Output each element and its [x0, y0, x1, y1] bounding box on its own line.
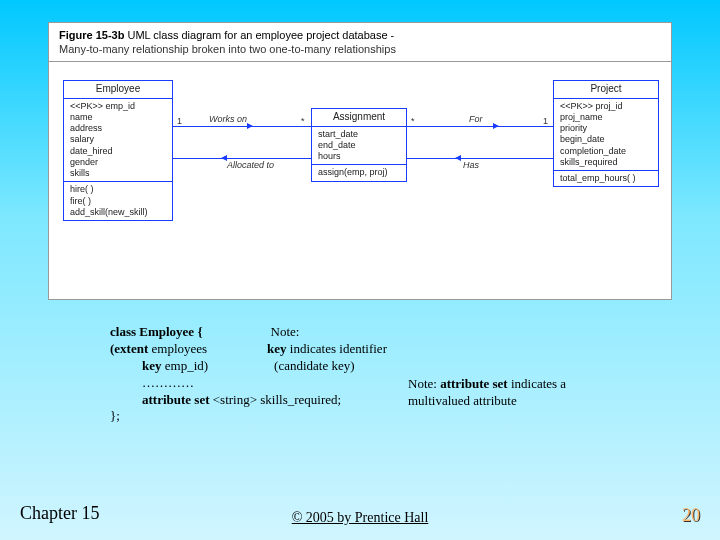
uml-op-section: total_emp_hours( ): [554, 171, 658, 186]
uml-op-section: hire( ) fire( ) add_skill(new_skill): [64, 182, 172, 220]
assoc-label-allocated-to: Allocated to: [227, 160, 274, 170]
assoc-line-for: [407, 126, 553, 127]
uml-attr: end_date: [318, 140, 400, 151]
code-note-block: class Employee {Note: (extent employeesk…: [110, 324, 630, 425]
arrow-icon: [247, 123, 253, 129]
uml-class-name: Assignment: [312, 109, 406, 127]
code-text: emp_id): [165, 358, 208, 373]
uml-attr: name: [70, 112, 166, 123]
assoc-line-allocated-to: [173, 158, 311, 159]
code-text: (extent: [110, 341, 152, 356]
note-text: (candidate key): [274, 358, 354, 373]
figure-subtitle: Many-to-many relationship broken into tw…: [49, 43, 671, 59]
multiplicity-star: *: [411, 116, 415, 126]
uml-attr: skills: [70, 168, 166, 179]
uml-op: add_skill(new_skill): [70, 207, 166, 218]
assoc-line-has: [407, 158, 553, 159]
multiplicity-star: *: [301, 116, 305, 126]
uml-attr: completion_date: [560, 146, 652, 157]
uml-attr: <<PK>> proj_id: [560, 101, 652, 112]
code-text: class Employee {: [110, 324, 203, 339]
uml-attr: <<PK>> emp_id: [70, 101, 166, 112]
uml-attr-section: <<PK>> proj_id proj_name priority begin_…: [554, 99, 658, 172]
arrow-icon: [493, 123, 499, 129]
uml-attr: skills_required: [560, 157, 652, 168]
uml-attr: priority: [560, 123, 652, 134]
note-text: Note:: [408, 376, 440, 391]
note-text: key: [267, 341, 287, 356]
code-text: };: [110, 408, 630, 425]
uml-op: fire( ): [70, 196, 166, 207]
note-text: indicates identifier: [287, 341, 387, 356]
uml-attr: address: [70, 123, 166, 134]
uml-attr: date_hired: [70, 146, 166, 157]
uml-attr: start_date: [318, 129, 400, 140]
assoc-label-for: For: [469, 114, 483, 124]
assoc-label-works-on: Works on: [209, 114, 247, 124]
note-text: attribute set: [440, 376, 508, 391]
uml-op: total_emp_hours( ): [560, 173, 652, 184]
uml-attr: proj_name: [560, 112, 652, 123]
multiplicity-one: 1: [543, 116, 548, 126]
uml-op: hire( ): [70, 184, 166, 195]
multiplicity-one: 1: [177, 116, 182, 126]
uml-class-name: Employee: [64, 81, 172, 99]
code-text: <string> skills_required;: [213, 392, 341, 407]
assoc-line-works-on: [173, 126, 311, 127]
uml-class-assignment: Assignment start_date end_date hours ass…: [311, 108, 407, 182]
figure-panel: Figure 15-3b UML class diagram for an em…: [48, 22, 672, 300]
note-right-block: Note: attribute set indicates a multival…: [408, 376, 668, 410]
uml-attr-section: <<PK>> emp_id name address salary date_h…: [64, 99, 172, 183]
code-text: key: [142, 358, 165, 373]
uml-class-name: Project: [554, 81, 658, 99]
uml-class-project: Project <<PK>> proj_id proj_name priorit…: [553, 80, 659, 187]
assoc-label-has: Has: [463, 160, 479, 170]
figure-label: Figure 15-3b: [59, 29, 124, 41]
figure-title-rest: UML class diagram for an employee projec…: [124, 29, 394, 41]
uml-attr: salary: [70, 134, 166, 145]
copyright-text: © 2005 by Prentice Hall: [0, 510, 720, 526]
page-number: 20: [682, 505, 700, 526]
uml-op-section: assign(emp, proj): [312, 165, 406, 180]
arrow-icon: [455, 155, 461, 161]
uml-class-employee: Employee <<PK>> emp_id name address sala…: [63, 80, 173, 221]
note-text: multivalued attribute: [408, 393, 517, 408]
uml-attr: begin_date: [560, 134, 652, 145]
note-text: Note:: [271, 324, 300, 339]
uml-op: assign(emp, proj): [318, 167, 400, 178]
uml-attr: hours: [318, 151, 400, 162]
code-text: attribute set: [142, 392, 213, 407]
uml-attr-section: start_date end_date hours: [312, 127, 406, 166]
code-text: employees: [152, 341, 208, 356]
figure-title: Figure 15-3b UML class diagram for an em…: [49, 23, 671, 43]
note-text: indicates a: [508, 376, 566, 391]
uml-attr: gender: [70, 157, 166, 168]
uml-diagram: Employee <<PK>> emp_id name address sala…: [49, 62, 671, 284]
